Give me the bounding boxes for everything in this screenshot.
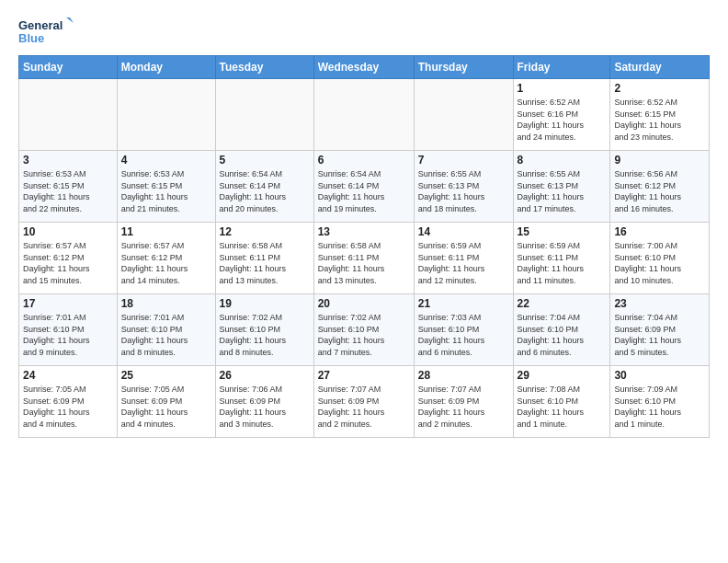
day-info: Sunrise: 6:54 AM Sunset: 6:14 PM Dayligh… [318,168,410,214]
calendar-cell: 9Sunrise: 6:56 AM Sunset: 6:12 PM Daylig… [610,151,710,223]
day-number: 15 [518,225,607,238]
calendar-cell: 7Sunrise: 6:55 AM Sunset: 6:13 PM Daylig… [414,151,513,223]
calendar-cell: 16Sunrise: 7:00 AM Sunset: 6:10 PM Dayli… [610,223,710,294]
day-info: Sunrise: 7:02 AM Sunset: 6:10 PM Dayligh… [318,312,410,358]
weekday-header-thursday: Thursday [414,56,513,79]
day-number: 28 [418,369,509,382]
calendar-week-3: 10Sunrise: 6:57 AM Sunset: 6:12 PM Dayli… [19,223,710,294]
calendar-cell: 18Sunrise: 7:01 AM Sunset: 6:10 PM Dayli… [117,294,215,366]
calendar-cell: 11Sunrise: 6:57 AM Sunset: 6:12 PM Dayli… [117,223,215,294]
day-number: 1 [518,82,607,95]
day-info: Sunrise: 7:05 AM Sunset: 6:09 PM Dayligh… [121,384,211,430]
calendar-cell [414,79,513,151]
day-number: 6 [318,154,410,167]
day-number: 30 [614,369,705,382]
weekday-header-tuesday: Tuesday [215,56,313,79]
header: General Blue [18,15,710,48]
calendar-cell [117,79,215,151]
calendar-cell: 1Sunrise: 6:52 AM Sunset: 6:16 PM Daylig… [513,79,610,151]
day-number: 8 [518,154,607,167]
calendar-cell [313,79,414,151]
svg-text:General: General [18,18,63,32]
weekday-header-row: SundayMondayTuesdayWednesdayThursdayFrid… [19,56,710,79]
calendar-week-5: 24Sunrise: 7:05 AM Sunset: 6:09 PM Dayli… [19,366,710,438]
day-number: 23 [614,297,705,310]
calendar-cell: 6Sunrise: 6:54 AM Sunset: 6:14 PM Daylig… [313,151,414,223]
day-number: 20 [318,297,410,310]
day-number: 24 [23,369,113,382]
day-info: Sunrise: 7:01 AM Sunset: 6:10 PM Dayligh… [23,312,113,358]
day-info: Sunrise: 7:01 AM Sunset: 6:10 PM Dayligh… [121,312,211,358]
day-number: 7 [418,154,509,167]
calendar-cell: 13Sunrise: 6:58 AM Sunset: 6:11 PM Dayli… [313,223,414,294]
calendar-table: SundayMondayTuesdayWednesdayThursdayFrid… [18,55,710,438]
calendar-cell: 26Sunrise: 7:06 AM Sunset: 6:09 PM Dayli… [215,366,313,438]
day-info: Sunrise: 6:59 AM Sunset: 6:11 PM Dayligh… [518,240,607,286]
day-number: 27 [318,369,410,382]
day-number: 4 [121,154,211,167]
day-info: Sunrise: 6:53 AM Sunset: 6:15 PM Dayligh… [121,168,211,214]
calendar-cell: 27Sunrise: 7:07 AM Sunset: 6:09 PM Dayli… [313,366,414,438]
calendar-cell: 8Sunrise: 6:55 AM Sunset: 6:13 PM Daylig… [513,151,610,223]
calendar-cell: 15Sunrise: 6:59 AM Sunset: 6:11 PM Dayli… [513,223,610,294]
calendar-cell: 21Sunrise: 7:03 AM Sunset: 6:10 PM Dayli… [414,294,513,366]
day-info: Sunrise: 6:57 AM Sunset: 6:12 PM Dayligh… [121,240,211,286]
day-info: Sunrise: 6:56 AM Sunset: 6:12 PM Dayligh… [614,168,705,214]
calendar-cell: 17Sunrise: 7:01 AM Sunset: 6:10 PM Dayli… [19,294,118,366]
calendar-cell: 30Sunrise: 7:09 AM Sunset: 6:10 PM Dayli… [610,366,710,438]
day-number: 25 [121,369,211,382]
calendar-cell [19,79,118,151]
day-info: Sunrise: 6:55 AM Sunset: 6:13 PM Dayligh… [518,168,607,214]
calendar-cell [215,79,313,151]
calendar-cell: 12Sunrise: 6:58 AM Sunset: 6:11 PM Dayli… [215,223,313,294]
weekday-header-friday: Friday [513,56,610,79]
day-number: 13 [318,225,410,238]
day-number: 26 [220,369,310,382]
calendar-cell: 29Sunrise: 7:08 AM Sunset: 6:10 PM Dayli… [513,366,610,438]
calendar-cell: 5Sunrise: 6:54 AM Sunset: 6:14 PM Daylig… [215,151,313,223]
day-number: 3 [23,154,113,167]
calendar-cell: 14Sunrise: 6:59 AM Sunset: 6:11 PM Dayli… [414,223,513,294]
calendar-week-1: 1Sunrise: 6:52 AM Sunset: 6:16 PM Daylig… [19,79,710,151]
calendar-cell: 19Sunrise: 7:02 AM Sunset: 6:10 PM Dayli… [215,294,313,366]
day-number: 29 [518,369,607,382]
day-info: Sunrise: 6:57 AM Sunset: 6:12 PM Dayligh… [23,240,113,286]
svg-marker-1 [66,17,74,23]
day-number: 2 [614,82,705,95]
day-number: 9 [614,154,705,167]
calendar-cell: 3Sunrise: 6:53 AM Sunset: 6:15 PM Daylig… [19,151,118,223]
calendar-cell: 2Sunrise: 6:52 AM Sunset: 6:15 PM Daylig… [610,79,710,151]
day-number: 19 [220,297,310,310]
calendar-cell: 23Sunrise: 7:04 AM Sunset: 6:09 PM Dayli… [610,294,710,366]
calendar-cell: 22Sunrise: 7:04 AM Sunset: 6:10 PM Dayli… [513,294,610,366]
weekday-header-monday: Monday [117,56,215,79]
weekday-header-sunday: Sunday [19,56,118,79]
calendar-cell: 24Sunrise: 7:05 AM Sunset: 6:09 PM Dayli… [19,366,118,438]
day-number: 5 [220,154,310,167]
calendar-cell: 28Sunrise: 7:07 AM Sunset: 6:09 PM Dayli… [414,366,513,438]
day-number: 17 [23,297,113,310]
day-info: Sunrise: 7:00 AM Sunset: 6:10 PM Dayligh… [614,240,705,286]
day-info: Sunrise: 6:52 AM Sunset: 6:16 PM Dayligh… [518,97,607,143]
day-number: 16 [614,225,705,238]
day-info: Sunrise: 7:04 AM Sunset: 6:09 PM Dayligh… [614,312,705,358]
page: General Blue SundayMondayTuesdayWednesda… [0,0,728,447]
calendar-week-2: 3Sunrise: 6:53 AM Sunset: 6:15 PM Daylig… [19,151,710,223]
day-info: Sunrise: 7:08 AM Sunset: 6:10 PM Dayligh… [518,384,607,430]
day-info: Sunrise: 6:53 AM Sunset: 6:15 PM Dayligh… [23,168,113,214]
day-info: Sunrise: 7:05 AM Sunset: 6:09 PM Dayligh… [23,384,113,430]
day-number: 12 [220,225,310,238]
day-info: Sunrise: 7:07 AM Sunset: 6:09 PM Dayligh… [318,384,410,430]
calendar-week-4: 17Sunrise: 7:01 AM Sunset: 6:10 PM Dayli… [19,294,710,366]
day-info: Sunrise: 6:55 AM Sunset: 6:13 PM Dayligh… [418,168,509,214]
day-info: Sunrise: 7:04 AM Sunset: 6:10 PM Dayligh… [518,312,607,358]
day-info: Sunrise: 6:52 AM Sunset: 6:15 PM Dayligh… [614,97,705,143]
svg-text:Blue: Blue [18,31,44,45]
calendar-cell: 25Sunrise: 7:05 AM Sunset: 6:09 PM Dayli… [117,366,215,438]
day-number: 21 [418,297,509,310]
logo: General Blue [18,15,74,48]
day-info: Sunrise: 7:07 AM Sunset: 6:09 PM Dayligh… [418,384,509,430]
day-info: Sunrise: 6:58 AM Sunset: 6:11 PM Dayligh… [318,240,410,286]
calendar-cell: 20Sunrise: 7:02 AM Sunset: 6:10 PM Dayli… [313,294,414,366]
calendar-cell: 4Sunrise: 6:53 AM Sunset: 6:15 PM Daylig… [117,151,215,223]
